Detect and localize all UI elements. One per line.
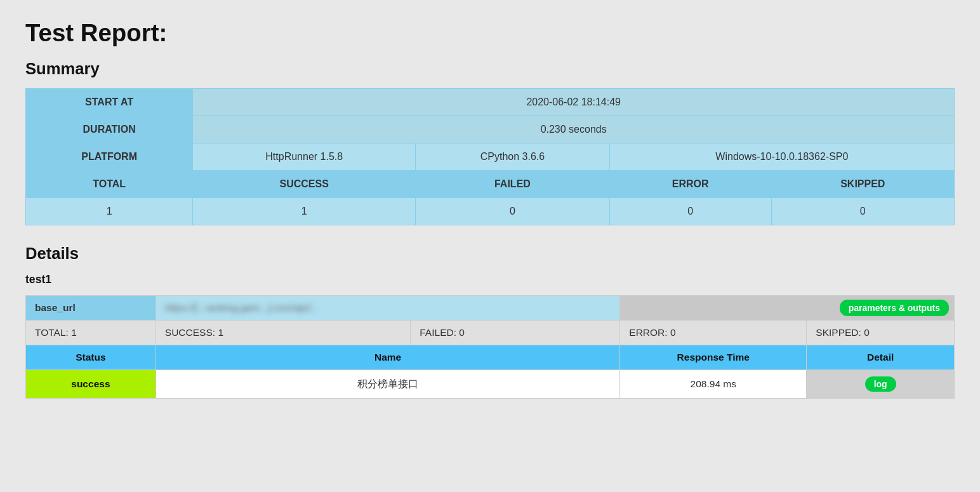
platform-httprunner: HttpRunner 1.5.8 bbox=[193, 143, 416, 171]
details-total: TOTAL: 1 bbox=[26, 321, 156, 345]
val-success: 1 bbox=[193, 198, 416, 225]
log-button[interactable]: log bbox=[865, 376, 896, 392]
start-at-value: 2020-06-02 18:14:49 bbox=[193, 89, 955, 116]
col-success: SUCCESS bbox=[193, 171, 416, 198]
col-response-time: Response Time bbox=[620, 345, 807, 370]
duration-label: DURATION bbox=[26, 116, 193, 143]
summary-table: START AT 2020-06-02 18:14:49 DURATION 0.… bbox=[25, 88, 955, 225]
val-skipped: 0 bbox=[771, 198, 954, 225]
params-cell: parameters & outputs bbox=[620, 296, 955, 321]
details-column-headers: Status Name Response Time Detail bbox=[26, 345, 955, 370]
details-skipped: SKIPPED: 0 bbox=[807, 321, 955, 345]
params-outputs-button[interactable]: parameters & outputs bbox=[840, 300, 949, 316]
details-error: ERROR: 0 bbox=[620, 321, 807, 345]
time-cell: 208.94 ms bbox=[620, 370, 807, 399]
details-heading: Details bbox=[25, 244, 955, 263]
summary-heading: Summary bbox=[25, 60, 955, 78]
status-cell: success bbox=[26, 370, 156, 399]
details-table: base_url https://[...ranking.gam...].com… bbox=[25, 295, 955, 399]
details-success: SUCCESS: 1 bbox=[156, 321, 410, 345]
start-at-label: START AT bbox=[26, 89, 193, 116]
platform-cpython: CPython 3.6.6 bbox=[416, 143, 610, 171]
duration-row: DURATION 0.230 seconds bbox=[26, 116, 955, 143]
stats-value-row: 1 1 0 0 0 bbox=[26, 198, 955, 225]
platform-row: PLATFORM HttpRunner 1.5.8 CPython 3.6.6 … bbox=[26, 143, 955, 171]
col-error: ERROR bbox=[609, 171, 771, 198]
summary-section: Summary START AT 2020-06-02 18:14:49 DUR… bbox=[25, 60, 955, 225]
col-skipped: SKIPPED bbox=[771, 171, 954, 198]
val-total: 1 bbox=[26, 198, 193, 225]
col-status: Status bbox=[26, 345, 156, 370]
val-error: 0 bbox=[609, 198, 771, 225]
table-row: success 积分榜单接口 208.94 ms log bbox=[26, 370, 955, 399]
details-totals-row: TOTAL: 1 SUCCESS: 1 FAILED: 0 ERROR: 0 S… bbox=[26, 321, 955, 345]
col-total: TOTAL bbox=[26, 171, 193, 198]
test-name: test1 bbox=[25, 273, 955, 286]
detail-cell: log bbox=[807, 370, 955, 399]
base-url-value: https://[...ranking.gam...].com/api/... bbox=[156, 296, 619, 321]
stats-header-row: TOTAL SUCCESS FAILED ERROR SKIPPED bbox=[26, 171, 955, 198]
val-failed: 0 bbox=[416, 198, 610, 225]
col-detail: Detail bbox=[807, 345, 955, 370]
page-title: Test Report: bbox=[25, 19, 955, 47]
platform-label: PLATFORM bbox=[26, 143, 193, 171]
platform-windows: Windows-10-10.0.18362-SP0 bbox=[609, 143, 954, 171]
col-failed: FAILED bbox=[416, 171, 610, 198]
duration-value: 0.230 seconds bbox=[193, 116, 955, 143]
start-at-row: START AT 2020-06-02 18:14:49 bbox=[26, 89, 955, 116]
details-failed: FAILED: 0 bbox=[411, 321, 620, 345]
base-url-row: base_url https://[...ranking.gam...].com… bbox=[26, 296, 955, 321]
details-section: Details test1 base_url https://[...ranki… bbox=[25, 244, 955, 399]
col-name: Name bbox=[156, 345, 619, 370]
name-cell: 积分榜单接口 bbox=[156, 370, 619, 399]
base-url-label: base_url bbox=[26, 296, 156, 321]
